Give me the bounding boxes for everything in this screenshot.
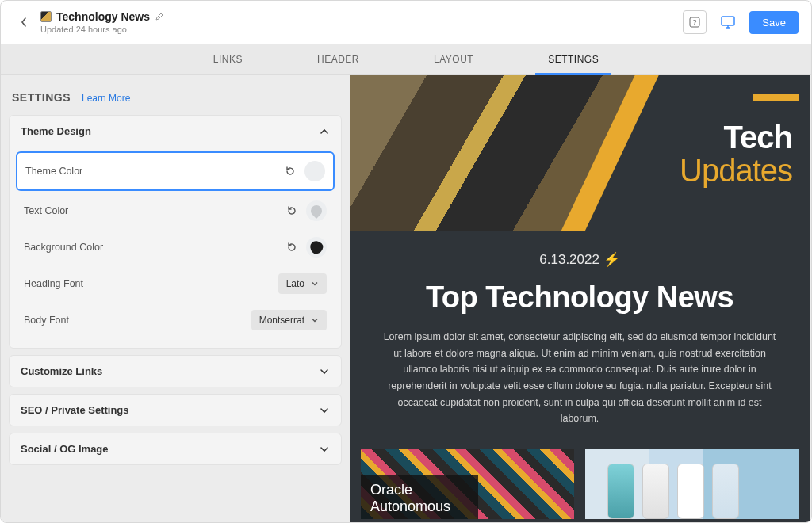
panel-header-theme-design[interactable]: Theme Design <box>10 116 341 147</box>
bg-color-swatch[interactable] <box>306 237 327 258</box>
tab-settings[interactable]: SETTINGS <box>546 44 600 74</box>
site-icon <box>40 11 52 22</box>
label-theme-color: Theme Color <box>25 166 82 177</box>
reset-theme-color-icon[interactable] <box>284 165 297 178</box>
panel-title-customize-links: Customize Links <box>21 365 102 377</box>
preview-pane: Tech Updates 6.13.2022 ⚡ Top Technology … <box>350 75 811 522</box>
panel-title-seo-private: SEO / Private Settings <box>21 404 129 416</box>
card-1[interactable]: Oracle Autonomous <box>361 449 574 519</box>
preview-lorem: Lorem ipsum dolor sit amet, consectetur … <box>378 329 781 427</box>
card-1-title: Oracle Autonomous <box>361 475 478 519</box>
label-text-color: Text Color <box>24 205 68 216</box>
svg-text:?: ? <box>693 18 697 26</box>
help-button[interactable]: ? <box>683 10 707 34</box>
settings-heading: SETTINGS <box>12 91 71 104</box>
settings-sidebar: SETTINGS Learn More Theme Design Theme C… <box>1 75 350 522</box>
reset-bg-color-icon[interactable] <box>285 241 298 254</box>
tab-links[interactable]: LINKS <box>212 44 244 74</box>
body-font-select[interactable]: Montserrat <box>251 310 327 330</box>
chevron-down-icon <box>311 280 319 288</box>
panel-header-social-og[interactable]: Social / OG Image <box>10 433 341 464</box>
panel-header-seo-private[interactable]: SEO / Private Settings <box>10 395 341 426</box>
hero-banner: Tech Updates <box>350 75 810 231</box>
preview-desktop-button[interactable] <box>716 10 740 34</box>
title-block: Technology News Updated 24 hours ago <box>40 10 164 34</box>
main: SETTINGS Learn More Theme Design Theme C… <box>1 75 811 522</box>
panel-customize-links: Customize Links <box>9 355 342 387</box>
chevron-down-icon <box>319 366 330 377</box>
panel-title-social-og: Social / OG Image <box>21 443 109 455</box>
bolt-icon: ⚡ <box>603 252 620 267</box>
edit-title-icon[interactable] <box>155 12 164 21</box>
row-text-color[interactable]: Text Color <box>16 194 335 227</box>
panel-social-og: Social / OG Image <box>9 433 342 465</box>
accent-bar <box>753 94 799 101</box>
row-heading-font: Heading Font Lato <box>16 267 335 300</box>
panel-header-customize-links[interactable]: Customize Links <box>10 356 341 387</box>
updated-text: Updated 24 hours ago <box>40 25 164 34</box>
tabs-bar: LINKS HEADER LAYOUT SETTINGS <box>1 44 811 75</box>
theme-color-swatch[interactable] <box>304 161 325 181</box>
body-font-value: Montserrat <box>259 315 304 326</box>
row-body-font: Body Font Montserrat <box>16 303 335 337</box>
label-heading-font: Heading Font <box>24 278 83 289</box>
reset-text-color-icon[interactable] <box>285 204 298 217</box>
row-theme-color[interactable]: Theme Color <box>16 151 335 191</box>
topbar-actions: ? Save <box>683 10 799 34</box>
learn-more-link[interactable]: Learn More <box>82 93 130 104</box>
back-button[interactable] <box>15 13 33 31</box>
tab-header[interactable]: HEADER <box>316 44 361 74</box>
chevron-up-icon <box>319 126 330 137</box>
save-button[interactable]: Save <box>749 11 799 34</box>
preview-headline: Top Technology News <box>378 281 781 315</box>
label-body-font: Body Font <box>24 315 69 326</box>
chevron-down-icon <box>319 444 330 455</box>
label-background-color: Background Color <box>24 242 103 253</box>
preview-body: 6.13.2022 ⚡ Top Technology News Lorem ip… <box>350 231 810 441</box>
top-bar: Technology News Updated 24 hours ago ? S… <box>1 1 811 44</box>
hero-title-2: Updates <box>680 153 792 189</box>
heading-font-select[interactable]: Lato <box>278 273 327 294</box>
date-text: 6.13.2022 <box>539 252 599 267</box>
preview-content: Tech Updates 6.13.2022 ⚡ Top Technology … <box>350 75 810 522</box>
row-background-color[interactable]: Background Color <box>16 231 335 264</box>
page-title: Technology News <box>56 10 150 23</box>
preview-date: 6.13.2022 ⚡ <box>378 251 781 268</box>
panel-title-theme-design: Theme Design <box>21 125 91 137</box>
tab-layout[interactable]: LAYOUT <box>432 44 475 74</box>
card-2[interactable] <box>585 449 799 519</box>
panel-theme-design: Theme Design Theme Color Text Colo <box>9 115 342 349</box>
preview-cards: Oracle Autonomous <box>350 441 810 519</box>
text-color-swatch[interactable] <box>306 200 327 221</box>
hero-title-1: Tech <box>724 120 792 155</box>
svg-rect-2 <box>722 17 734 25</box>
heading-font-value: Lato <box>286 278 304 289</box>
chevron-down-icon <box>319 405 330 416</box>
chevron-down-icon <box>311 316 319 324</box>
panel-seo-private: SEO / Private Settings <box>9 394 342 426</box>
